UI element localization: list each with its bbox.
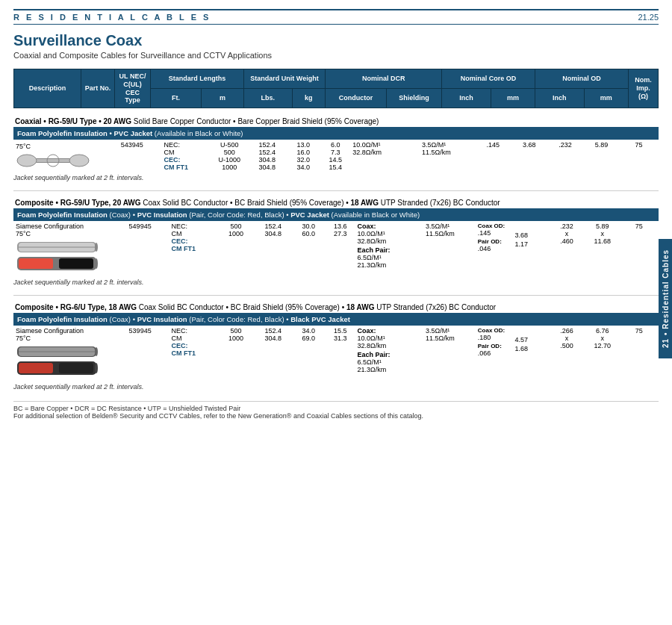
s3-part-no: 539945	[129, 327, 169, 335]
svg-point-3	[17, 155, 37, 167]
section2-jacket-note: Jacket sequentially marked at 2 ft. inte…	[13, 277, 659, 290]
col-inch2: Inch	[535, 89, 585, 108]
s3-pair-od-inch: .066	[478, 349, 514, 357]
s1-nec-listing: NEC:	[164, 141, 210, 149]
section1-type-header: Coaxial • RG-59/U Type • 20 AWG Solid Ba…	[13, 114, 659, 127]
s2-ft1: 500	[218, 223, 254, 230]
s2-ft2: 1000	[218, 230, 254, 237]
s2-m1: 152.4	[255, 223, 291, 230]
s3-pair-label: Each Pair:	[357, 351, 420, 358]
s1-ft1: U-500	[211, 141, 247, 149]
s2-pair-label: Each Pair:	[357, 246, 420, 254]
s3-coax-label: Coax:	[357, 327, 420, 335]
s1-core-od-mm: 3.68	[512, 141, 545, 149]
s1-m4: 304.8	[249, 164, 285, 171]
s3-od-mm: 6.76	[586, 327, 619, 335]
s2-lbs2: 60.0	[292, 230, 325, 237]
s1-cmft1-listing: CM FT1	[164, 164, 210, 171]
section3-row1: Siamese Configuration75°C	[13, 326, 659, 382]
svg-point-12	[95, 258, 98, 269]
footer-note-1: BC = Bare Copper • DCR = DC Resistance •…	[13, 405, 659, 412]
svg-rect-9	[19, 258, 53, 269]
s1-ft4: 1000	[211, 164, 247, 171]
cable-composite1-image	[16, 240, 98, 274]
col-m: m	[202, 89, 244, 108]
s3-od-x2: x	[586, 335, 619, 342]
s2-coax-od-mm-spacer	[514, 223, 547, 231]
s3-kg2: 31.3	[326, 335, 354, 342]
s3-pair-od-mm: 1.68	[514, 345, 547, 352]
s1-core-od-inch: .145	[475, 141, 511, 149]
s1-lbs3: 32.0	[287, 156, 320, 164]
s1-shielding-dcr: 3.5Ω/M¹11.5Ω/km	[422, 141, 472, 156]
s2-description: Siamese Configuration75°C	[16, 223, 125, 237]
s1-m3: 304.8	[249, 156, 285, 164]
page-subtitle: Coaxial and Composite Cables for Surveil…	[13, 51, 659, 60]
s2-pair-dcr: 6.5Ω/M¹21.3Ω/km	[357, 254, 420, 269]
header-page: 21.25	[638, 13, 659, 22]
s2-od-mm: 5.89	[586, 223, 619, 230]
s2-coax-od-inch: .145	[478, 229, 514, 237]
col-kg: kg	[292, 89, 325, 108]
s2-part-no: 549945	[129, 223, 169, 230]
separator-2	[13, 295, 659, 296]
s2-pair-od-mm: 1.17	[514, 240, 547, 248]
section2-row1: Siamese Configuration75°C	[13, 221, 659, 277]
col-nominal-dcr: Nominal DCR	[326, 69, 442, 89]
s1-cec-listing: CEC:	[164, 156, 210, 164]
svg-point-19	[95, 347, 98, 356]
s2-nec: NEC:	[171, 223, 217, 230]
s3-cec: CEC:	[171, 342, 217, 349]
s3-cmft1: CM FT1	[171, 349, 217, 357]
s3-nom-imp: 75	[620, 327, 658, 335]
s3-od-x: x	[549, 335, 585, 342]
section1-data-table: 75°C 543945 NEC:	[13, 140, 659, 172]
s1-kg2: 7.3	[321, 149, 349, 156]
s1-ft3: U-1000	[211, 156, 247, 164]
s1-m1: 152.4	[249, 141, 285, 149]
col-std-lengths: Standard Lengths	[151, 69, 244, 89]
col-mm2: mm	[584, 89, 628, 108]
col-nom-imp: Nom. Imp. (Ω)	[629, 69, 659, 108]
s2-od-x: x	[549, 230, 585, 237]
s1-cm-listing: CM	[164, 149, 210, 156]
s2-coax-dcr: 10.0Ω/M¹32.8Ω/km	[357, 230, 420, 245]
s3-coax-od-inch: .180	[478, 334, 514, 341]
s2-cm: CM	[171, 230, 217, 237]
s2-pair-od-label: Pair OD:	[478, 238, 514, 245]
svg-point-20	[95, 363, 98, 373]
section3-blue-header: Foam Polyolefin Insulation (Coax) • PVC …	[13, 313, 659, 326]
separator-1	[13, 190, 659, 191]
section1-jacket-note: Jacket sequentially marked at 2 ft. inte…	[13, 172, 659, 186]
s3-od-inch: .266	[549, 327, 585, 335]
header-bar: R E S I D E N T I A L C A B L E S 21.25	[13, 9, 659, 25]
footer-note-2: For additional selection of Belden® Secu…	[13, 412, 659, 420]
s1-lbs1: 13.0	[287, 141, 320, 149]
s3-lbs1: 34.0	[292, 327, 325, 335]
s1-kg4: 15.4	[321, 164, 349, 171]
col-part-no: Part No.	[81, 69, 115, 108]
s3-od-mm2: 12.70	[586, 342, 619, 349]
s3-m2: 304.8	[255, 335, 291, 342]
s3-lbs2: 69.0	[292, 335, 325, 342]
section2-blue-header: Foam Polyolefin Insulation (Coax) • PVC …	[13, 208, 659, 221]
svg-rect-10	[59, 258, 93, 269]
col-mm1: mm	[491, 89, 535, 108]
cable-composite2-image	[16, 345, 98, 379]
s1-od-mm: 5.89	[585, 141, 617, 149]
s2-shielding-dcr: 3.5Ω/M¹11.5Ω/km	[426, 223, 475, 237]
col-ul-nec: UL NEC/ C(UL) CEC Type	[115, 69, 151, 108]
col-description: Description	[14, 69, 81, 108]
page-title: Surveillance Coax	[13, 32, 659, 49]
s1-od-inch: .232	[547, 141, 583, 149]
col-shielding: Shielding	[387, 89, 442, 108]
s1-kg3: 14.5	[321, 156, 349, 164]
col-ft: Ft.	[151, 89, 202, 108]
s3-pair-od-label: Pair OD:	[478, 343, 514, 349]
section3-type-header: Composite • RG-6/U Type, 18 AWG Coax Sol…	[13, 300, 659, 313]
main-table: Description Part No. UL NEC/ C(UL) CEC T…	[13, 69, 659, 108]
s1-ft2: 500	[211, 149, 247, 156]
s2-pair-od-inch: .046	[478, 245, 514, 252]
section-2: Composite • RG-59/U Type, 20 AWG Coax So…	[13, 196, 659, 290]
s2-m2: 304.8	[255, 230, 291, 237]
